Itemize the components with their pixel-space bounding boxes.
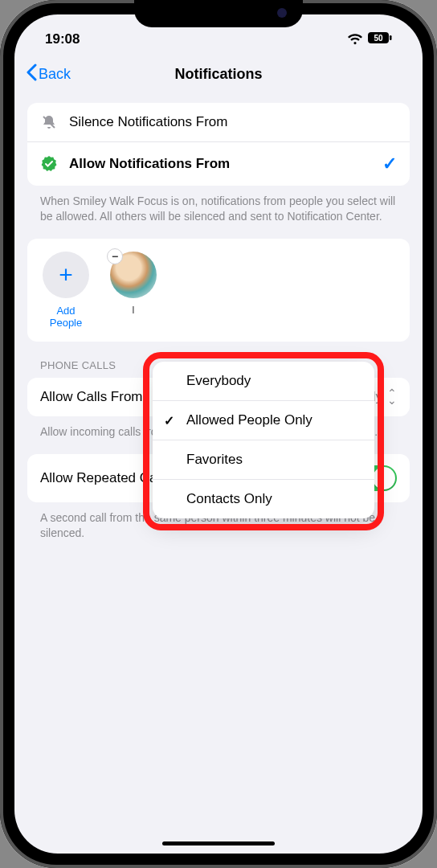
updown-icon: ⌃⌄ (387, 390, 397, 403)
battery-icon: 50 (368, 31, 392, 47)
popover-option-everybody[interactable]: Everybody (153, 362, 374, 400)
allow-calls-popover: Everybody ✓ Allowed People Only Favorite… (153, 362, 374, 518)
plus-circle-icon: + (43, 252, 89, 298)
checkmark-seal-icon (40, 156, 58, 172)
popover-option-contacts[interactable]: Contacts Only (153, 479, 374, 518)
phone-frame: 19:08 50 Back Notifications (0, 0, 437, 868)
popover-option-favorites[interactable]: Favorites (153, 440, 374, 479)
mode-card: Silence Notifications From Allow Notific… (27, 103, 410, 186)
person-item[interactable]: − I (108, 252, 159, 329)
notch (134, 0, 303, 27)
checkmark-icon: ✓ (382, 154, 397, 174)
mode-footer: When Smiley Walk Focus is on, notificati… (27, 186, 410, 239)
silence-label: Silence Notifications From (69, 114, 397, 130)
svg-rect-1 (390, 35, 392, 40)
status-time: 19:08 (45, 31, 80, 47)
status-right: 50 (347, 31, 392, 47)
svg-text:50: 50 (374, 34, 383, 43)
page-title: Notifications (174, 66, 262, 83)
allow-option[interactable]: Allow Notifications From ✓ (27, 141, 410, 186)
home-indicator[interactable] (162, 841, 275, 845)
remove-badge-icon[interactable]: − (107, 248, 123, 264)
allow-label: Allow Notifications From (69, 156, 371, 172)
add-people-button[interactable]: + Add People (40, 252, 92, 329)
people-card: + Add People − I (27, 239, 410, 342)
person-name: I (132, 305, 134, 316)
back-label: Back (39, 66, 71, 83)
back-button[interactable]: Back (26, 63, 71, 85)
add-people-label: Add People (40, 305, 92, 329)
nav-bar: Back Notifications (14, 55, 423, 93)
checkmark-icon: ✓ (164, 413, 174, 428)
chevron-left-icon (26, 63, 37, 85)
silence-option[interactable]: Silence Notifications From (27, 103, 410, 141)
screen: 19:08 50 Back Notifications (14, 14, 423, 854)
popover-option-allowed[interactable]: ✓ Allowed People Only (153, 400, 374, 440)
wifi-icon (347, 34, 363, 45)
bell-slash-icon (40, 114, 58, 130)
